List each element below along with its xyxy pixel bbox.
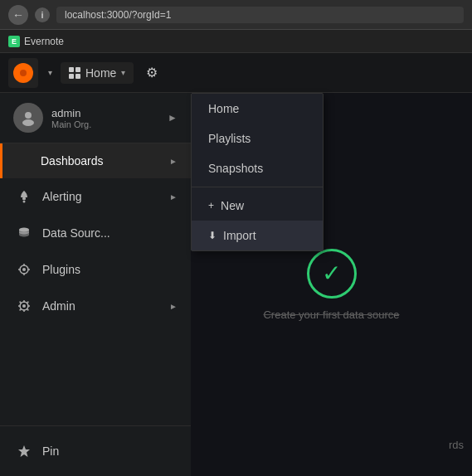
sidebar-label-pin: Pin <box>42 444 59 458</box>
sidebar-item-dashboards[interactable]: Dashboards ► <box>0 143 191 178</box>
submenu-import-label: Import <box>223 229 256 242</box>
user-name: admin <box>51 107 159 119</box>
browser-chrome: ← i localhost:3000/?orgId=1 <box>0 0 472 30</box>
grafana-logo-dot <box>20 70 27 76</box>
user-info: admin Main Org. <box>51 107 159 129</box>
submenu-new-label: New <box>221 199 244 212</box>
settings-icon[interactable]: ⚙ <box>142 61 162 85</box>
tab-evernote[interactable]: E Evernote <box>8 36 64 47</box>
submenu-playlists-label: Playlists <box>208 132 251 145</box>
svg-point-1 <box>22 119 34 126</box>
import-arrow-icon: ⬇ <box>208 230 217 241</box>
svg-line-18 <box>27 308 28 310</box>
submenu-item-snapshots[interactable]: Snapshots <box>192 153 323 183</box>
info-button[interactable]: i <box>35 7 50 22</box>
sidebar-item-admin[interactable]: Admin ► <box>0 288 191 324</box>
sidebar-nav: Dashboards ► Alerting ► <box>0 143 191 425</box>
tab-label: Evernote <box>24 36 64 47</box>
svg-rect-2 <box>22 197 26 200</box>
sidebar-label-admin: Admin <box>42 299 75 313</box>
avatar <box>13 103 43 133</box>
svg-point-3 <box>23 201 26 203</box>
sidebar: admin Main Org. ► Dashboards ► <box>0 93 191 476</box>
submenu-home-label: Home <box>208 102 239 115</box>
svg-point-0 <box>25 112 32 119</box>
home-caret-icon: ▾ <box>121 68 125 77</box>
alerting-icon <box>16 188 32 205</box>
submenu-snapshots-label: Snapshots <box>208 162 263 175</box>
sidebar-label-dashboards: Dashboards <box>41 154 104 168</box>
plugins-icon <box>16 261 32 278</box>
sidebar-item-plugins[interactable]: Plugins <box>0 251 191 288</box>
admin-icon <box>16 298 32 314</box>
address-bar[interactable]: localhost:3000/?orgId=1 <box>56 7 464 23</box>
sidebar-item-datasources[interactable]: Data Sourc... <box>0 215 191 251</box>
home-grid-icon <box>69 67 80 79</box>
svg-point-12 <box>22 304 26 308</box>
submenu-item-import[interactable]: ⬇ Import <box>192 221 323 250</box>
grafana-logo-inner <box>13 63 33 83</box>
submenu-divider <box>192 187 323 187</box>
svg-point-6 <box>22 268 26 271</box>
app-container: ▾ Home ▾ ⚙ admin Main Org. ► <box>0 53 472 476</box>
dashboards-caret-icon: ► <box>169 157 178 166</box>
sidebar-item-alerting[interactable]: Alerting ► <box>0 178 191 215</box>
back-button[interactable]: ← <box>8 5 28 25</box>
submenu-item-new[interactable]: + New <box>192 191 323 221</box>
top-nav: ▾ Home ▾ ⚙ <box>0 53 472 93</box>
pin-icon <box>16 443 32 459</box>
submenu-item-home[interactable]: Home <box>192 94 323 124</box>
rds-suffix-text: rds <box>449 439 464 451</box>
create-datasource-text: Create your first data source <box>263 308 399 321</box>
success-icon: ✓ <box>307 249 357 299</box>
sidebar-label-alerting: Alerting <box>42 190 81 203</box>
home-label: Home <box>85 66 116 80</box>
alerting-caret-icon: ► <box>169 192 178 202</box>
dashboards-icon <box>16 153 31 168</box>
evernote-icon: E <box>8 36 20 47</box>
user-org: Main Org. <box>51 119 159 129</box>
svg-line-17 <box>20 302 22 304</box>
home-button[interactable]: Home ▾ <box>61 62 134 84</box>
datasources-icon <box>16 225 32 241</box>
admin-caret-icon: ► <box>169 302 178 311</box>
grafana-logo[interactable] <box>8 58 38 88</box>
tab-bar: E Evernote <box>0 30 472 53</box>
svg-line-20 <box>20 308 22 310</box>
user-section[interactable]: admin Main Org. ► <box>0 93 191 143</box>
sidebar-item-pin[interactable]: Pin <box>0 433 191 469</box>
svg-line-19 <box>27 302 28 304</box>
sidebar-label-datasources: Data Sourc... <box>42 226 110 240</box>
logo-caret: ▾ <box>48 68 52 77</box>
user-caret-icon: ► <box>168 112 178 124</box>
new-plus-icon: + <box>208 200 214 211</box>
dashboards-submenu: Home Playlists Snapshots + New ⬇ Import <box>191 93 324 251</box>
sidebar-pin-section: Pin <box>0 425 191 476</box>
sidebar-label-plugins: Plugins <box>42 263 80 276</box>
submenu-item-playlists[interactable]: Playlists <box>192 124 323 153</box>
